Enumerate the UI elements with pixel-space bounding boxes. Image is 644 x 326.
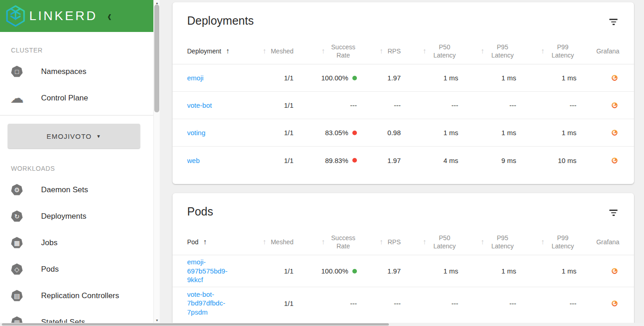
grafana-icon[interactable] <box>576 267 619 275</box>
status-dot <box>352 76 357 80</box>
sidebar-item-label: Jobs <box>41 238 58 247</box>
column-header-pod[interactable]: Pod ↑ <box>187 237 256 247</box>
deployments-card: Deployments Deployment ↑ ↑ Meshed ↑ Succ… <box>173 2 634 184</box>
rps-value: 1.97 <box>357 157 401 164</box>
success-rate-value: 89.83% <box>325 157 348 164</box>
success-rate-value: 100.00% <box>321 74 348 82</box>
p99-value: --- <box>516 300 576 307</box>
meshed-value: 1/1 <box>256 101 293 109</box>
sidebar-item-deployments[interactable]: ↻ Deployments <box>0 203 153 230</box>
column-header-meshed[interactable]: ↑ Meshed <box>256 237 293 247</box>
table-row: voting 1/1 83.05% 0.98 1 ms 1 ms 1 ms <box>173 119 634 147</box>
sidebar-item-label: Control Plane <box>41 94 88 103</box>
filter-icon[interactable] <box>607 17 619 27</box>
column-header-p95-latency[interactable]: ↑ P95 Latency <box>458 234 516 250</box>
filter-icon[interactable] <box>607 208 619 218</box>
sort-asc-icon: ↑ <box>321 47 325 56</box>
success-rate-value: --- <box>350 101 357 109</box>
sidebar-item-label: Deployments <box>41 212 86 221</box>
sidebar-header: LINKERD ‹ <box>0 0 153 32</box>
grafana-icon[interactable] <box>576 157 619 164</box>
column-header-p95-latency[interactable]: ↑ P95 Latency <box>458 43 516 59</box>
sidebar-scrollbar[interactable]: ▲ ▼ <box>153 0 160 323</box>
sidebar-collapse-button[interactable]: ‹ <box>107 9 111 24</box>
table-row: emoji-697b575bd9-9kkcf 1/1 100.00% 1.97 … <box>173 255 634 287</box>
pod-link[interactable]: emoji-697b575bd9-9kkcf <box>187 276 236 284</box>
sort-asc-icon: ↑ <box>226 47 230 56</box>
p50-value: 4 ms <box>401 157 458 164</box>
sidebar-item-daemon-sets[interactable]: ⚙ Daemon Sets <box>0 177 153 203</box>
grafana-icon[interactable] <box>576 129 619 137</box>
grafana-icon[interactable] <box>576 101 619 109</box>
sidebar-item-label: Pods <box>41 265 59 274</box>
pod-link[interactable]: vote-bot-7bd97dfbdc-7psdm <box>187 308 236 316</box>
deployment-link[interactable]: emoji <box>187 74 204 82</box>
sidebar-item-replication-controllers[interactable]: ▤ Replication Controllers <box>0 283 153 309</box>
sort-asc-icon: ↑ <box>379 47 383 56</box>
meshed-value: 1/1 <box>256 300 293 307</box>
column-header-rps[interactable]: ↑ RPS <box>357 47 401 56</box>
sidebar-item-namespaces[interactable]: □ Namespaces <box>0 58 153 85</box>
status-dot <box>352 158 357 163</box>
rps-value: 1.97 <box>357 267 401 275</box>
cluster-section-label: CLUSTER <box>11 47 153 54</box>
replication-controllers-icon: ▤ <box>10 289 24 303</box>
workloads-section-label: WORKLOADS <box>11 165 153 172</box>
column-header-meshed[interactable]: ↑ Meshed <box>256 47 293 56</box>
sort-asc-icon: ↑ <box>541 237 545 247</box>
jobs-icon: ▦ <box>10 236 24 250</box>
pods-card: Pods Pod ↑ ↑ Meshed ↑ Success Rate <box>173 193 634 326</box>
p50-value: 1 ms <box>401 129 458 137</box>
sidebar-scrollbar-thumb[interactable] <box>154 5 159 112</box>
meshed-value: 1/1 <box>256 129 293 137</box>
column-header-deployment[interactable]: Deployment ↑ <box>187 47 256 56</box>
column-header-rps[interactable]: ↑ RPS <box>357 237 401 247</box>
status-dot <box>352 131 357 135</box>
deployment-link[interactable]: web <box>187 157 200 164</box>
p99-value: 1 ms <box>516 267 576 275</box>
table-row: emoji 1/1 100.00% 1.97 1 ms 1 ms 1 ms <box>173 64 634 92</box>
success-rate-value: 83.05% <box>325 129 348 137</box>
sort-asc-icon: ↑ <box>379 237 383 247</box>
horizontal-scrollbar-thumb[interactable] <box>2 323 389 326</box>
deployments-card-title: Deployments <box>187 14 254 27</box>
sidebar-item-control-plane[interactable]: ☁ Control Plane <box>0 85 153 111</box>
linkerd-dashboard: LINKERD ‹ CLUSTER □ Namespaces ☁ Control… <box>0 0 644 326</box>
main-content: Deployments Deployment ↑ ↑ Meshed ↑ Succ… <box>160 0 644 326</box>
p95-value: --- <box>458 101 516 109</box>
sort-asc-icon: ↑ <box>423 47 426 56</box>
meshed-value: 1/1 <box>256 74 293 82</box>
p95-value: 1 ms <box>458 267 516 275</box>
sort-asc-icon: ↑ <box>481 47 484 56</box>
p50-value: --- <box>401 101 458 109</box>
column-header-p50-latency[interactable]: ↑ P50 Latency <box>401 234 458 250</box>
pods-icon: ◇ <box>10 263 24 276</box>
rps-value: 0.98 <box>357 129 401 137</box>
meshed-value: 1/1 <box>256 157 293 164</box>
deployment-link[interactable]: voting <box>187 129 205 137</box>
p50-value: --- <box>401 300 458 307</box>
sidebar-item-pods[interactable]: ◇ Pods <box>0 256 153 283</box>
sidebar-item-jobs[interactable]: ▦ Jobs <box>0 230 153 256</box>
deployment-link[interactable]: vote-bot <box>187 101 212 109</box>
namespace-selector-button[interactable]: EMOJIVOTO ▼ <box>8 124 140 148</box>
sort-asc-icon: ↑ <box>423 237 426 247</box>
table-row: vote-bot-7bd97dfbdc-7psdm 1/1 --- --- --… <box>173 287 634 319</box>
column-header-success-rate[interactable]: ↑ Success Rate <box>293 234 357 250</box>
grafana-icon[interactable] <box>576 74 619 82</box>
p95-value: --- <box>458 300 516 307</box>
column-header-p99-latency[interactable]: ↑ P99 Latency <box>516 43 576 59</box>
column-header-success-rate[interactable]: ↑ Success Rate <box>293 43 357 59</box>
scroll-down-icon[interactable]: ▼ <box>154 317 160 323</box>
success-rate-value: --- <box>350 300 357 307</box>
column-header-p50-latency[interactable]: ↑ P50 Latency <box>401 43 458 59</box>
p50-value: 1 ms <box>401 74 458 82</box>
column-header-p99-latency[interactable]: ↑ P99 Latency <box>516 234 576 250</box>
horizontal-scrollbar[interactable] <box>0 323 644 326</box>
p99-value: 10 ms <box>516 157 576 164</box>
grafana-icon[interactable] <box>576 300 619 307</box>
sidebar: LINKERD ‹ CLUSTER □ Namespaces ☁ Control… <box>0 0 153 326</box>
p95-value: 9 ms <box>458 157 516 164</box>
daemon-sets-icon: ⚙ <box>10 183 24 197</box>
table-row: web 1/1 89.83% 1.97 4 ms 9 ms 10 ms <box>173 147 634 174</box>
